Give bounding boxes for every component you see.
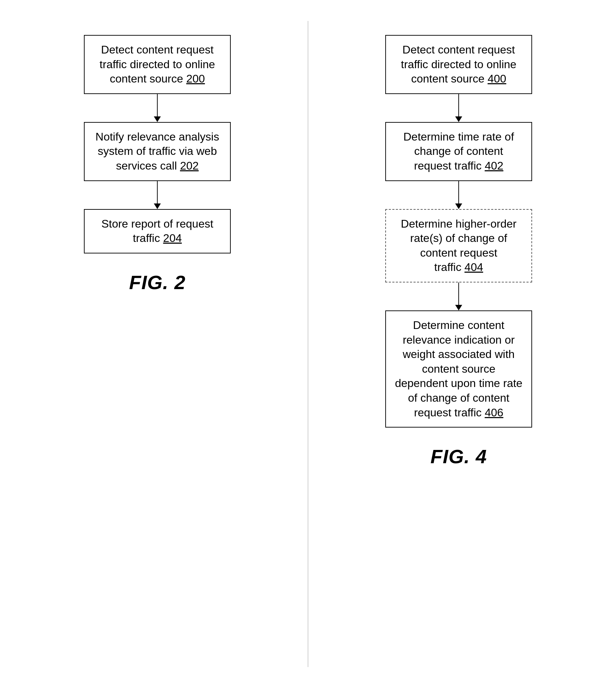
fig2-box2-text: Notify relevance analysis system of traf… [93, 130, 222, 173]
fig2-box1-ref: 200 [186, 72, 205, 85]
fig4-box1-text: Detect content request traffic directed … [394, 43, 523, 86]
fig4-box2-text: Determine time rate of change of content… [394, 130, 523, 173]
fig2-label: FIG. 2 [129, 271, 186, 294]
fig2-arrow1-line [157, 94, 158, 116]
fig2-box1-text: Detect content request traffic directed … [93, 43, 222, 86]
fig2-arrow1 [154, 94, 161, 122]
column-divider [308, 21, 308, 667]
fig4-arrow1-head [455, 116, 462, 122]
fig4-arrow2 [455, 181, 462, 209]
fig4-box3: Determine higher-order rate(s) of change… [385, 209, 532, 282]
fig4-arrow2-head [455, 203, 462, 209]
fig2-box3-text: Store report of request traffic 204 [93, 217, 222, 246]
fig4-arrow1 [455, 94, 462, 122]
fig2-box3-ref: 204 [163, 232, 182, 244]
fig2-diagram: Detect content request traffic directed … [14, 21, 301, 667]
fig4-box4-ref: 406 [485, 406, 503, 419]
fig4-box4: Determine content relevance indication o… [385, 310, 532, 428]
fig4-box3-ref: 404 [465, 261, 483, 273]
fig2-box2: Notify relevance analysis system of traf… [84, 122, 231, 181]
fig4-diagram: Detect content request traffic directed … [315, 21, 602, 667]
fig4-box1: Detect content request traffic directed … [385, 35, 532, 94]
fig4-arrow3 [455, 282, 462, 310]
fig2-box1: Detect content request traffic directed … [84, 35, 231, 94]
fig4-arrow3-head [455, 305, 462, 310]
fig4-box1-ref: 400 [488, 72, 506, 85]
fig2-box3: Store report of request traffic 204 [84, 209, 231, 253]
main-container: Detect content request traffic directed … [0, 0, 616, 688]
fig4-arrow2-line [458, 181, 459, 203]
fig2-box2-ref: 202 [180, 159, 199, 172]
fig4-box2-ref: 402 [485, 159, 503, 172]
fig4-box4-text: Determine content relevance indication o… [394, 318, 523, 420]
fig2-arrow2-line [157, 181, 158, 203]
fig4-arrow1-line [458, 94, 459, 116]
fig2-arrow2-head [154, 203, 161, 209]
fig4-box3-text: Determine higher-order rate(s) of change… [394, 217, 523, 275]
fig4-label: FIG. 4 [430, 445, 487, 468]
fig2-arrow2 [154, 181, 161, 209]
fig2-arrow1-head [154, 116, 161, 122]
fig4-arrow3-line [458, 282, 459, 305]
fig4-box2: Determine time rate of change of content… [385, 122, 532, 181]
